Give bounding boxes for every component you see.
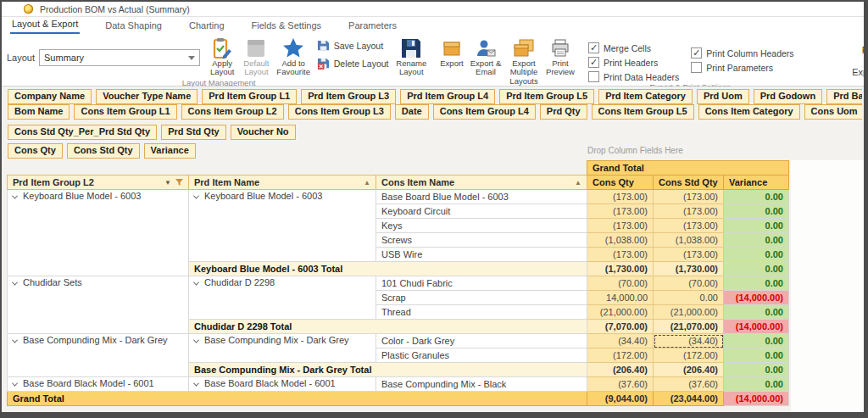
row-item-cell[interactable]: Base Compunding Mix - Dark Grey bbox=[189, 334, 376, 363]
cons-qty-cell[interactable]: (34.40) bbox=[587, 334, 654, 348]
row-item-cell[interactable]: Base Board Black Model - 6001 bbox=[189, 377, 376, 392]
field-chip-voucher-type-name[interactable]: Voucher Type Name bbox=[96, 89, 198, 104]
field-chip-prd-item-group-l3[interactable]: Prd Item Group L3 bbox=[301, 89, 396, 104]
variance-cell[interactable]: 0.00 bbox=[724, 276, 789, 291]
variance-cell[interactable]: 0.00 bbox=[724, 204, 789, 219]
cons-std-qty-cell[interactable]: (172.00) bbox=[654, 348, 724, 363]
group-total-label[interactable]: Chudidar D 2298 Total bbox=[189, 320, 587, 334]
cons-std-qty-cell[interactable]: (173.00) bbox=[654, 219, 724, 233]
delete-layout-button[interactable]: Delete Layout bbox=[317, 57, 389, 70]
tab-layout-export[interactable]: Layout & Export bbox=[10, 17, 80, 34]
variance-cell[interactable]: 0.00 bbox=[724, 262, 789, 276]
tab-parameters[interactable]: Parameters bbox=[347, 19, 398, 34]
cons-std-qty-cell[interactable]: (21,070.00) bbox=[654, 320, 724, 334]
cons-qty-cell[interactable]: (7,070.00) bbox=[587, 320, 654, 334]
cons-item-cell[interactable]: Color - Dark Grey bbox=[376, 334, 587, 348]
field-chip-date[interactable]: Date bbox=[395, 104, 429, 120]
cons-item-cell[interactable]: Base Board Blue Model - 6003 bbox=[376, 190, 587, 204]
row-header-prd-item-name[interactable]: Prd Item Name▲ bbox=[189, 176, 376, 190]
row-group-cell[interactable]: Base Board Black Model - 6001 bbox=[8, 377, 189, 392]
print-preview-button[interactable]: Print Preview bbox=[544, 36, 576, 78]
field-chip-prd-godown[interactable]: Prd Godown bbox=[754, 89, 822, 104]
cons-std-qty-cell[interactable]: (70.00) bbox=[654, 276, 724, 291]
variance-cell[interactable]: 0.00 bbox=[724, 219, 789, 233]
field-chip-prd-item-group-l4[interactable]: Prd Item Group L4 bbox=[400, 89, 495, 104]
field-chip-cons-std-qty[interactable]: Cons Std Qty bbox=[67, 143, 140, 159]
variance-cell[interactable]: 0.00 bbox=[724, 348, 789, 363]
tab-charting[interactable]: Charting bbox=[187, 19, 226, 34]
group-total-label[interactable]: Base Compunding Mix - Dark Grey Total bbox=[189, 363, 587, 377]
row-header-cons-item-name[interactable]: Cons Item Name▲ bbox=[376, 176, 587, 190]
export-multiple-layouts-button[interactable]: Export Multiple Layouts bbox=[504, 36, 544, 86]
cons-std-qty-cell[interactable]: (1,038.00) bbox=[654, 233, 724, 248]
field-chip-prd-std-qty[interactable]: Prd Std Qty bbox=[161, 125, 226, 140]
row-item-cell[interactable]: Chudidar D 2298 bbox=[189, 276, 376, 320]
checkbox-print-parameters[interactable]: Print Parameters bbox=[691, 62, 793, 73]
checkbox-merge-cells[interactable]: Merge Cells bbox=[588, 42, 679, 53]
field-chip-prd-item-category[interactable]: Prd Item Category bbox=[598, 89, 693, 104]
column-header-cons-std-qty[interactable]: Cons Std Qty bbox=[654, 176, 724, 190]
cons-item-cell[interactable]: Screws bbox=[376, 233, 587, 248]
variance-cell[interactable]: (14,000.00) bbox=[724, 320, 789, 334]
cons-std-qty-cell[interactable]: (206.40) bbox=[654, 363, 724, 377]
checkbox-print-headers[interactable]: Print Headers bbox=[588, 57, 679, 68]
cons-qty-cell[interactable]: (173.00) bbox=[587, 204, 654, 219]
cons-std-qty-cell[interactable]: (21,000.00) bbox=[654, 305, 724, 320]
row-header-prd-item-group-l2[interactable]: Prd Item Group L2▼ bbox=[8, 176, 189, 190]
cons-std-qty-cell[interactable]: (173.00) bbox=[654, 248, 724, 262]
field-chip-prd-batch[interactable]: Prd Batch bbox=[826, 89, 862, 104]
add-to-favourite-button[interactable]: Add to Favourite bbox=[274, 36, 314, 78]
row-group-cell[interactable]: Chudidar Sets bbox=[8, 276, 189, 334]
variance-cell[interactable]: 0.00 bbox=[724, 377, 789, 392]
grand-total-row-label[interactable]: Grand Total bbox=[8, 392, 587, 406]
field-chip-cons-item-group-l2[interactable]: Cons Item Group L2 bbox=[181, 104, 284, 120]
variance-cell[interactable]: 0.00 bbox=[724, 248, 789, 262]
row-group-cell[interactable]: Base Compunding Mix - Dark Grey bbox=[8, 334, 189, 377]
cons-qty-cell[interactable]: (173.00) bbox=[587, 219, 654, 233]
grand-total-column-band[interactable]: Grand Total bbox=[587, 161, 789, 176]
cons-qty-cell[interactable]: (172.00) bbox=[587, 348, 654, 363]
cons-item-cell[interactable]: Base Compunding Mix - Black bbox=[376, 377, 587, 392]
group-total-label[interactable]: Keyboard Blue Model - 6003 Total bbox=[189, 262, 587, 276]
variance-cell[interactable]: 0.00 bbox=[724, 190, 789, 204]
cons-std-qty-cell[interactable]: (34.40) bbox=[654, 334, 724, 348]
export-button[interactable]: Export bbox=[436, 36, 468, 69]
field-chip-variance[interactable]: Variance bbox=[144, 143, 196, 159]
sort-asc-icon[interactable]: ▲ bbox=[575, 177, 581, 188]
dropdown-arrow-icon[interactable]: ▼ bbox=[164, 177, 171, 188]
field-chip-bom-name[interactable]: Bom Name bbox=[8, 104, 70, 120]
cons-qty-cell[interactable]: (21,000.00) bbox=[587, 305, 654, 320]
default-layout-button[interactable]: Default Layout bbox=[239, 36, 273, 78]
rename-layout-button[interactable]: Rename Layout bbox=[392, 36, 431, 78]
cons-qty-cell[interactable]: (1,730.00) bbox=[587, 262, 654, 276]
cons-qty-cell[interactable]: 14,000.00 bbox=[587, 291, 654, 305]
cons-qty-cell[interactable]: (173.00) bbox=[587, 190, 654, 204]
cons-qty-cell[interactable]: (9,044.00) bbox=[587, 392, 654, 406]
sort-asc-icon[interactable]: ▲ bbox=[364, 177, 370, 188]
cons-std-qty-cell[interactable]: (37.60) bbox=[654, 377, 724, 392]
collapse-chevron-icon[interactable] bbox=[12, 337, 18, 343]
cons-item-cell[interactable]: Thread bbox=[376, 305, 587, 320]
field-chip-cons-item-group-l1[interactable]: Cons Item Group L1 bbox=[74, 104, 176, 120]
field-chip-cons-uom[interactable]: Cons Uom bbox=[804, 104, 862, 120]
cons-item-cell[interactable]: Keyboard Circuit bbox=[376, 204, 587, 219]
cons-qty-cell[interactable]: (206.40) bbox=[587, 363, 654, 377]
field-chip-prd-qty[interactable]: Prd Qty bbox=[540, 104, 587, 120]
apply-layout-button[interactable]: Apply Layout bbox=[205, 36, 239, 78]
cons-std-qty-cell[interactable]: (173.00) bbox=[654, 190, 724, 204]
cons-std-qty-cell[interactable]: (23,044.00) bbox=[654, 392, 724, 406]
variance-cell[interactable]: (14,000.00) bbox=[724, 291, 789, 305]
cons-qty-cell[interactable]: (37.60) bbox=[587, 377, 654, 392]
cons-item-cell[interactable]: Keys bbox=[376, 219, 587, 233]
cons-std-qty-cell[interactable]: (1,730.00) bbox=[654, 262, 724, 276]
row-group-cell[interactable]: Keyboard Blue Model - 6003 bbox=[8, 190, 189, 276]
field-chip-prd-item-group-l5[interactable]: Prd Item Group L5 bbox=[499, 89, 594, 104]
save-layout-button[interactable]: Save Layout bbox=[317, 39, 389, 52]
field-chip-prd-uom[interactable]: Prd Uom bbox=[697, 89, 749, 104]
cons-std-qty-cell[interactable]: (173.00) bbox=[654, 204, 724, 219]
row-item-cell[interactable]: Keyboard Blue Model - 6003 bbox=[189, 190, 376, 262]
collapse-chevron-icon[interactable] bbox=[193, 193, 199, 199]
collapse-chevron-icon[interactable] bbox=[12, 280, 18, 286]
field-chip-cons-item-group-l3[interactable]: Cons Item Group L3 bbox=[288, 104, 391, 120]
collapse-chevron-icon[interactable] bbox=[193, 337, 199, 343]
